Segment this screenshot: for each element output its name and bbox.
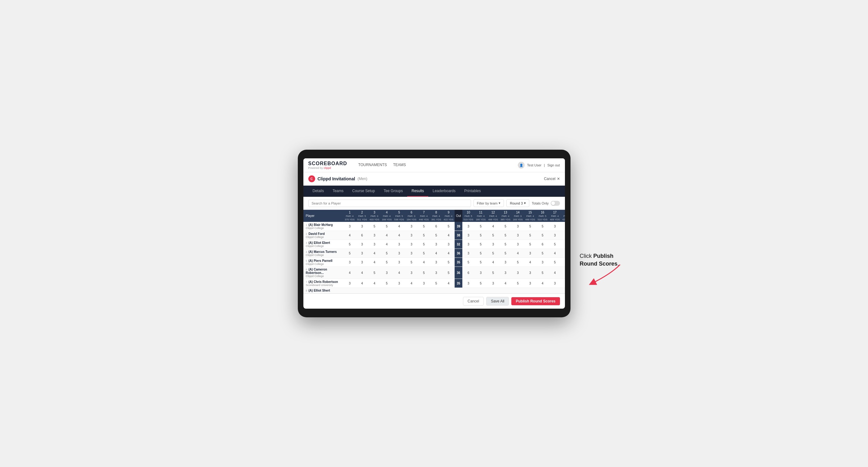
hole-4-score[interactable]: 5 [380, 222, 393, 231]
partial-score[interactable] [455, 288, 462, 293]
hole-15-score[interactable]: 5 [524, 222, 536, 231]
hole-17-score[interactable]: 3 [549, 222, 561, 231]
hole-15-score[interactable]: 3 [524, 279, 536, 288]
hole-4-score[interactable]: 3 [380, 267, 393, 279]
hole-3-score[interactable]: 4 [368, 279, 380, 288]
hole-8-score[interactable]: 3 [430, 258, 442, 267]
partial-score[interactable] [487, 288, 499, 293]
hole-15-score[interactable]: 4 [524, 258, 536, 267]
hole-2-score[interactable]: 3 [356, 222, 368, 231]
hole-5-score[interactable]: 4 [393, 222, 405, 231]
hole-12-score[interactable]: 4 [487, 258, 499, 267]
hole-5-score[interactable]: 3 [393, 279, 405, 288]
nav-teams[interactable]: TEAMS [393, 161, 406, 169]
hole-16-score[interactable]: 3 [536, 258, 549, 267]
partial-score[interactable] [368, 288, 380, 293]
hole-9-score[interactable]: 4 [442, 231, 455, 240]
hole-8-score[interactable]: 5 [430, 231, 442, 240]
hole-3-score[interactable]: 3 [368, 231, 380, 240]
hole-2-score[interactable]: 3 [356, 240, 368, 249]
hole-6-score[interactable]: 3 [405, 231, 418, 240]
hole-7-score[interactable]: 4 [418, 258, 430, 267]
hole-13-score[interactable]: 3 [499, 267, 512, 279]
hole-14-score[interactable]: 3 [512, 267, 524, 279]
hole-3-score[interactable]: 4 [368, 249, 380, 258]
partial-score[interactable] [344, 288, 356, 293]
partial-score[interactable] [442, 288, 455, 293]
partial-score[interactable] [380, 288, 393, 293]
hole-13-score[interactable]: 4 [499, 279, 512, 288]
hole-11-score[interactable]: 5 [474, 222, 487, 231]
hole-5-score[interactable]: 3 [393, 258, 405, 267]
hole-15-score[interactable]: 3 [524, 249, 536, 258]
hole-13-score[interactable]: 5 [499, 231, 512, 240]
hole-14-score[interactable]: 3 [512, 240, 524, 249]
hole-11-score[interactable]: 5 [474, 258, 487, 267]
partial-score[interactable] [356, 288, 368, 293]
hole-6-score[interactable]: 5 [405, 258, 418, 267]
hole-9-score[interactable]: 5 [442, 222, 455, 231]
hole-12-score[interactable]: 5 [487, 267, 499, 279]
sign-out-link[interactable]: Sign out [547, 163, 560, 167]
hole-18-score[interactable]: 3 [561, 231, 565, 240]
hole-6-score[interactable]: 4 [405, 279, 418, 288]
hole-5-score[interactable]: 4 [393, 267, 405, 279]
hole-14-score[interactable]: 4 [512, 249, 524, 258]
hole-5-score[interactable]: 4 [393, 231, 405, 240]
hole-1-score[interactable]: 3 [344, 258, 356, 267]
hole-2-score[interactable]: 6 [356, 231, 368, 240]
hole-14-score[interactable]: 5 [512, 279, 524, 288]
hole-5-score[interactable]: 3 [393, 249, 405, 258]
save-all-button[interactable]: Save All [486, 297, 509, 306]
tab-teams[interactable]: Teams [328, 186, 348, 197]
hole-13-score[interactable]: 3 [499, 258, 512, 267]
hole-16-score[interactable]: 4 [536, 279, 549, 288]
hole-1-score[interactable]: 5 [344, 249, 356, 258]
hole-7-score[interactable]: 5 [418, 240, 430, 249]
tournament-cancel-button[interactable]: Cancel ✕ [544, 177, 560, 181]
hole-6-score[interactable]: 3 [405, 222, 418, 231]
hole-18-score[interactable]: 3 [561, 267, 565, 279]
hole-6-score[interactable]: 3 [405, 249, 418, 258]
hole-16-score[interactable]: 5 [536, 231, 549, 240]
hole-15-score[interactable]: 5 [524, 231, 536, 240]
hole-9-score[interactable]: 4 [442, 249, 455, 258]
hole-2-score[interactable]: 4 [356, 267, 368, 279]
hole-11-score[interactable]: 5 [474, 249, 487, 258]
hole-12-score[interactable]: 5 [487, 231, 499, 240]
hole-12-score[interactable]: 3 [487, 240, 499, 249]
search-input[interactable] [308, 199, 471, 207]
hole-3-score[interactable]: 4 [368, 258, 380, 267]
hole-8-score[interactable]: 3 [430, 240, 442, 249]
hole-17-score[interactable]: 4 [549, 249, 561, 258]
hole-1-score[interactable]: 3 [344, 222, 356, 231]
hole-1-score[interactable]: 5 [344, 240, 356, 249]
tab-results[interactable]: Results [407, 186, 428, 197]
hole-7-score[interactable]: 5 [418, 267, 430, 279]
nav-tournaments[interactable]: TOURNAMENTS [358, 161, 387, 169]
hole-10-score[interactable]: 3 [462, 222, 475, 231]
hole-6-score[interactable]: 3 [405, 240, 418, 249]
hole-5-score[interactable]: 3 [393, 240, 405, 249]
hole-10-score[interactable]: 3 [462, 240, 475, 249]
hole-17-score[interactable]: 5 [549, 258, 561, 267]
tab-course-setup[interactable]: Course Setup [348, 186, 379, 197]
hole-6-score[interactable]: 3 [405, 267, 418, 279]
hole-3-score[interactable]: 3 [368, 240, 380, 249]
hole-8-score[interactable]: 3 [430, 267, 442, 279]
hole-7-score[interactable]: 5 [418, 231, 430, 240]
hole-16-score[interactable]: 5 [536, 267, 549, 279]
hole-8-score[interactable]: 5 [430, 279, 442, 288]
hole-15-score[interactable]: 5 [524, 240, 536, 249]
hole-10-score[interactable]: 6 [462, 267, 475, 279]
hole-16-score[interactable]: 5 [536, 249, 549, 258]
hole-2-score[interactable]: 3 [356, 258, 368, 267]
partial-score[interactable] [474, 288, 487, 293]
hole-11-score[interactable]: 5 [474, 279, 487, 288]
hole-12-score[interactable]: 4 [487, 222, 499, 231]
tab-printables[interactable]: Printables [460, 186, 485, 197]
hole-11-score[interactable]: 3 [474, 267, 487, 279]
hole-17-score[interactable]: 3 [549, 279, 561, 288]
partial-score[interactable] [561, 288, 565, 293]
hole-16-score[interactable]: 5 [536, 222, 549, 231]
